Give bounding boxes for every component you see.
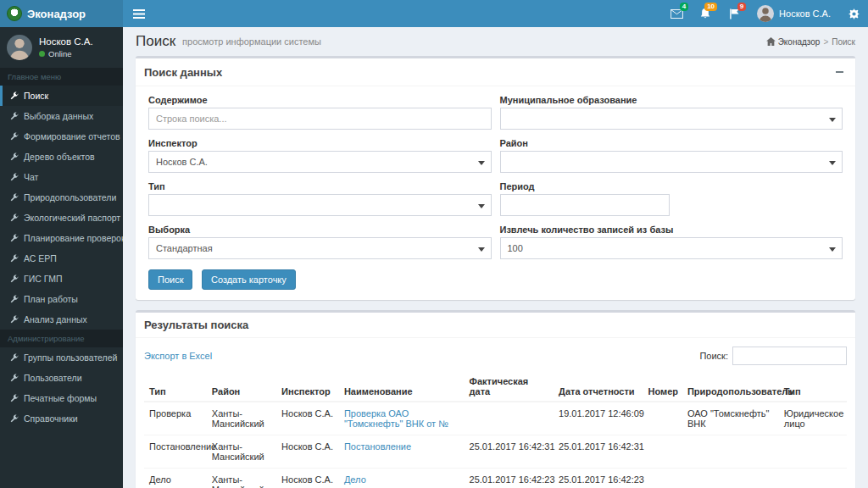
sidebar-item-users[interactable]: Пользователи: [0, 368, 123, 388]
column-header-subject-type[interactable]: Тип: [779, 372, 847, 402]
sidebar-toggle-button[interactable]: [123, 0, 155, 27]
sidebar-user-panel: Носков С.А. Online: [0, 27, 123, 68]
sidebar-user-status[interactable]: Online: [39, 49, 93, 58]
period-input[interactable]: [500, 194, 670, 216]
user-menu[interactable]: Носков С.А.: [748, 0, 839, 27]
brand-logo[interactable]: Эконадзор: [0, 0, 123, 27]
sidebar: Носков С.А. Online Главное меню Поиск Вы…: [0, 27, 123, 488]
wrench-icon: [9, 173, 19, 182]
sidebar-item-search[interactable]: Поиск: [0, 86, 123, 106]
hamburger-icon: [133, 9, 145, 19]
page-subtitle: просмотр информации системы: [182, 36, 321, 47]
column-header-nature-user[interactable]: Природопользователь: [682, 372, 779, 402]
wrench-icon: [9, 254, 19, 263]
column-header-report-date[interactable]: Дата отчетности: [554, 372, 643, 402]
cell-fact-date: [465, 402, 554, 435]
sidebar-item-data-analysis[interactable]: Анализ данных: [0, 309, 123, 330]
column-header-name[interactable]: Наименование: [339, 372, 465, 402]
cell-name-link[interactable]: Проверка ОАО "Томскнефть" ВНК от №: [339, 402, 465, 435]
sidebar-item-directories[interactable]: Справочники: [0, 408, 123, 429]
cell-report-date: 25.01.2017 16:42:31: [554, 435, 643, 469]
district-label: Район: [500, 138, 843, 148]
sidebar-item-reports[interactable]: Формирование отчетов: [0, 126, 123, 147]
wrench-icon: [9, 193, 19, 202]
table-filter-label: Поиск:: [699, 351, 728, 361]
sidebar-item-gis-gmp[interactable]: ГИС ГМП: [0, 269, 123, 289]
results-box: Результаты поиска Экспорт в Excel Поиск:…: [136, 310, 855, 488]
breadcrumb-home[interactable]: Эконадзор: [766, 37, 821, 47]
cell-report-date: 19.01.2017 12:46:09: [554, 402, 643, 435]
wrench-icon: [9, 374, 19, 383]
district-select[interactable]: [500, 151, 843, 173]
create-card-button[interactable]: Создать карточку: [202, 269, 296, 290]
column-header-type[interactable]: Тип: [144, 372, 207, 402]
results-box-body: Экспорт в Excel Поиск: Тип Район Инспект…: [136, 338, 855, 488]
collapse-button[interactable]: [832, 64, 847, 80]
minus-icon: [836, 71, 843, 73]
export-excel-link[interactable]: Экспорт в Excel: [144, 351, 212, 361]
sidebar-item-eco-passport[interactable]: Экологический паспорт: [0, 208, 123, 228]
content-search-input[interactable]: [148, 108, 492, 130]
table-filter-input[interactable]: [732, 347, 847, 365]
content-label: Содержимое: [148, 95, 492, 105]
cell-inspector: Носков С.А.: [276, 469, 339, 488]
top-navbar: 4 10 9: [123, 0, 868, 27]
chevron-down-icon: [478, 161, 485, 165]
type-select[interactable]: [148, 194, 492, 216]
sidebar-item-nature-users[interactable]: Природопользователи: [0, 187, 123, 208]
column-header-inspector[interactable]: Инспектор: [276, 372, 339, 402]
sidebar-item-work-plan[interactable]: План работы: [0, 289, 123, 309]
column-header-district[interactable]: Район: [207, 372, 276, 402]
table-header-row: Тип Район Инспектор Наименование Фактиче…: [144, 372, 847, 402]
search-button[interactable]: Поиск: [148, 269, 192, 290]
sidebar-item-label: ГИС ГМП: [24, 274, 62, 284]
breadcrumb-current: Поиск: [832, 37, 855, 47]
notifications-menu[interactable]: 10: [691, 0, 720, 27]
cell-name-link[interactable]: Дело: [339, 469, 465, 488]
user-menu-label: Носков С.А.: [779, 8, 831, 19]
breadcrumb-separator: >: [823, 37, 828, 47]
search-box: Поиск данных Содержимое Инспектор Носков…: [136, 56, 855, 300]
limit-select[interactable]: 100: [500, 237, 843, 259]
search-box-header: Поиск данных: [136, 58, 855, 86]
cell-subject-type: [779, 469, 847, 488]
selection-select[interactable]: Стандартная: [148, 237, 492, 259]
selection-label: Выборка: [148, 225, 492, 235]
cell-type: Проверка: [144, 402, 207, 435]
sidebar-item-as-erp[interactable]: АС ЕРП: [0, 248, 123, 269]
sidebar-item-object-tree[interactable]: Дерево объектов: [0, 147, 123, 167]
messages-menu[interactable]: 4: [662, 0, 691, 27]
sidebar-item-label: Дерево объектов: [24, 152, 95, 162]
sidebar-item-user-groups[interactable]: Группы пользователей: [0, 347, 123, 368]
cell-name-link[interactable]: Постановление: [339, 435, 465, 469]
sidebar-item-label: Анализ данных: [24, 314, 87, 324]
sidebar-item-print-forms[interactable]: Печатные формы: [0, 388, 123, 408]
sidebar-item-inspection-planning[interactable]: Планирование проверок: [0, 228, 123, 248]
tasks-menu[interactable]: 9: [720, 0, 748, 27]
messages-badge: 4: [680, 3, 688, 11]
cell-district: Ханты-Мансийский: [207, 435, 276, 469]
column-header-number[interactable]: Номер: [643, 372, 682, 402]
sidebar-item-data-selection[interactable]: Выборка данных: [0, 106, 123, 126]
sidebar-item-label: Экологический паспорт: [24, 213, 120, 223]
municipality-select[interactable]: [500, 108, 843, 130]
sidebar-user-status-label: Online: [48, 49, 71, 58]
column-header-fact-date[interactable]: Фактическая дата: [465, 372, 554, 402]
sidebar-item-label: Справочники: [24, 413, 78, 424]
wrench-icon: [9, 132, 19, 141]
cell-fact-date: 25.01.2017 16:42:31: [465, 435, 554, 469]
sidebar-item-label: АС ЕРП: [24, 253, 57, 263]
search-box-body: Содержимое Инспектор Носков С.А. Тип: [136, 86, 855, 300]
content-area: Поиск просмотр информации системы Эконад…: [123, 27, 868, 488]
settings-menu[interactable]: [839, 0, 868, 27]
table-row: Постановление Ханты-Мансийский Носков С.…: [144, 435, 847, 469]
cell-number: [643, 469, 682, 488]
sidebar-item-chat[interactable]: Чат: [0, 167, 123, 187]
search-box-title: Поиск данных: [144, 66, 222, 79]
wrench-icon: [9, 394, 19, 403]
sidebar-item-label: Пользователи: [24, 373, 82, 383]
wrench-icon: [9, 234, 19, 243]
inspector-select[interactable]: Носков С.А.: [148, 151, 492, 173]
results-box-title: Результаты поиска: [144, 319, 248, 331]
cell-inspector: Носков С.А.: [276, 402, 339, 435]
